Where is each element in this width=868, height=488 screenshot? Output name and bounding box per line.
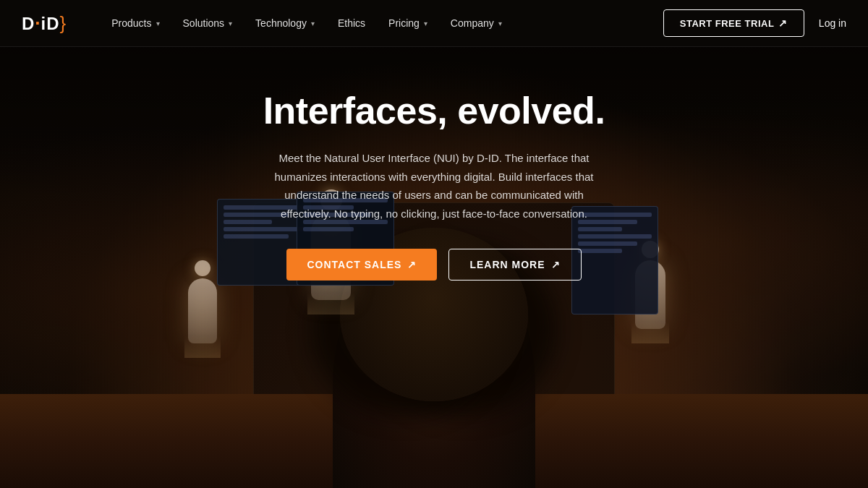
navbar: D·iD} Products ▾ Solutions ▾ Technology … [0,0,868,47]
nav-label-products: Products [111,17,151,29]
learn-more-button[interactable]: LEARN MORE ↗ [448,249,581,281]
hero-buttons: CONTACT SALES ↗ LEARN MORE ↗ [286,249,581,281]
arrow-icon: ↗ [551,259,561,270]
chevron-down-icon: ▾ [229,20,232,27]
arrow-icon: ↗ [778,17,788,29]
nav-item-pricing[interactable]: Pricing ▾ [380,12,436,35]
hero-section: Interfaces, evolved. Meet the Natural Us… [0,47,868,281]
trial-button-label: START FREE TRIAL [680,18,775,29]
learn-button-label: LEARN MORE [469,259,545,270]
logo-bracket: · [35,12,41,34]
logo-text-d: D [22,14,35,33]
chevron-down-icon: ▾ [424,20,427,27]
nav-label-company: Company [451,17,494,29]
logo-text-id: iD [41,14,60,33]
nav-label-pricing: Pricing [388,17,420,29]
login-label: Log in [819,17,846,29]
logo[interactable]: D·iD} [22,12,67,35]
nav-label-ethics: Ethics [338,17,365,29]
contact-button-label: CONTACT SALES [307,259,401,270]
nav-actions: START FREE TRIAL ↗ Log in [663,9,846,37]
nav-item-solutions[interactable]: Solutions ▾ [174,12,242,35]
contact-sales-button[interactable]: CONTACT SALES ↗ [286,249,437,281]
chevron-down-icon: ▾ [156,20,160,27]
nav-label-technology: Technology [255,17,307,29]
chevron-down-icon: ▾ [498,20,502,27]
chevron-down-icon: ▾ [311,20,315,27]
hero-subtitle: Meet the Natural User Interface (NUI) by… [260,149,608,223]
nav-item-company[interactable]: Company ▾ [442,12,511,35]
nav-label-solutions: Solutions [183,17,225,29]
hero-title: Interfaces, evolved. [263,90,605,132]
nav-links: Products ▾ Solutions ▾ Technology ▾ Ethi… [103,12,663,35]
nav-item-ethics[interactable]: Ethics [329,12,374,35]
login-link[interactable]: Log in [819,17,846,29]
logo-brace: } [60,12,67,34]
arrow-icon: ↗ [407,259,417,270]
start-trial-button[interactable]: START FREE TRIAL ↗ [663,9,804,37]
nav-item-products[interactable]: Products ▾ [103,12,168,35]
nav-item-technology[interactable]: Technology ▾ [247,12,323,35]
